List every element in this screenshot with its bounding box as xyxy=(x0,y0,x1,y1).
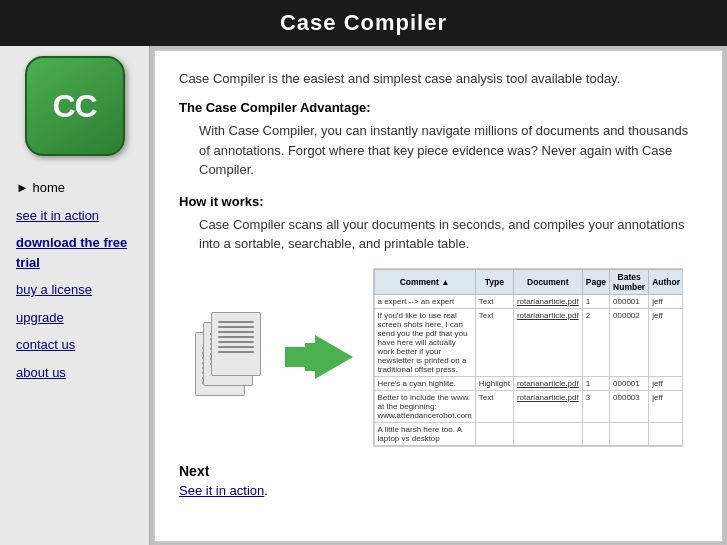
next-link-suffix: . xyxy=(264,483,268,498)
cell-type: Text xyxy=(475,294,513,308)
table-row: Better to include the www. at the beginn… xyxy=(374,390,683,422)
col-comment: Comment ▲ xyxy=(374,269,475,294)
header-title: Case Compiler xyxy=(280,10,447,35)
cell-bates xyxy=(610,422,649,445)
cell-doc[interactable]: rotarianarticle.pdf xyxy=(513,376,582,390)
cell-author: jeff xyxy=(649,308,683,376)
main-content: Case Compiler is the easiest and simples… xyxy=(154,50,723,542)
col-type: Type xyxy=(475,269,513,294)
arrow-head-icon xyxy=(315,335,353,379)
see-action-link[interactable]: See it in action xyxy=(179,483,264,498)
app-logo: CC xyxy=(25,56,125,156)
how-heading: How it works: xyxy=(179,194,698,209)
col-bates: Bates Number xyxy=(610,269,649,294)
cell-bates: 000003 xyxy=(610,390,649,422)
page-header: Case Compiler xyxy=(0,0,727,46)
sidebar-nav: ► home see it in action download the fre… xyxy=(10,174,139,386)
table-row: a expert --> an expert Text rotarianarti… xyxy=(374,294,683,308)
sidebar-item-see-action[interactable]: see it in action xyxy=(10,202,139,230)
cell-page: 2 xyxy=(582,308,609,376)
results-table-preview: Comment ▲ Type Document Page Bates Numbe… xyxy=(373,268,683,447)
cell-author: jeff xyxy=(649,376,683,390)
cell-comment: A little harsh here too. A laptop vs des… xyxy=(374,422,475,445)
cell-type: Text xyxy=(475,390,513,422)
table-header-row: Comment ▲ Type Document Page Bates Numbe… xyxy=(374,269,683,294)
how-text: Case Compiler scans all your documents i… xyxy=(199,215,698,254)
doc-page-3 xyxy=(211,312,261,376)
intro-paragraph: Case Compiler is the easiest and simples… xyxy=(179,71,698,86)
sidebar: CC ► home see it in action download the … xyxy=(0,46,150,545)
cell-doc[interactable]: rotarianarticle.pdf xyxy=(513,390,582,422)
sidebar-item-home[interactable]: ► home xyxy=(10,174,139,202)
cell-author: jeff xyxy=(649,390,683,422)
cell-bates: 000001 xyxy=(610,376,649,390)
cell-author xyxy=(649,422,683,445)
logo-text: CC xyxy=(52,88,96,125)
sidebar-item-download[interactable]: download the free trial xyxy=(10,229,139,276)
sidebar-item-contact[interactable]: contact us xyxy=(10,331,139,359)
sidebar-item-upgrade[interactable]: upgrade xyxy=(10,304,139,332)
results-table: Comment ▲ Type Document Page Bates Numbe… xyxy=(374,269,683,446)
cell-comment: a expert --> an expert xyxy=(374,294,475,308)
advantage-heading: The Case Compiler Advantage: xyxy=(179,100,698,115)
cell-page: 1 xyxy=(582,294,609,308)
doc-lines-3 xyxy=(218,321,254,356)
table-row: A little harsh here too. A laptop vs des… xyxy=(374,422,683,445)
document-stack-icon xyxy=(195,312,265,402)
col-author: Author xyxy=(649,269,683,294)
col-page: Page xyxy=(582,269,609,294)
next-section: Next See it in action. xyxy=(179,463,698,498)
cell-comment: If you'd like to use real screen shots h… xyxy=(374,308,475,376)
sidebar-item-buy[interactable]: buy a license xyxy=(10,276,139,304)
cell-page: 3 xyxy=(582,390,609,422)
arrow-container xyxy=(285,335,353,379)
next-heading: Next xyxy=(179,463,698,479)
sidebar-item-about[interactable]: about us xyxy=(10,359,139,387)
cell-bates: 000001 xyxy=(610,294,649,308)
cell-doc xyxy=(513,422,582,445)
demo-illustration: Comment ▲ Type Document Page Bates Numbe… xyxy=(179,268,698,447)
cell-author: jeff xyxy=(649,294,683,308)
cell-type: Highlight xyxy=(475,376,513,390)
table-row: If you'd like to use real screen shots h… xyxy=(374,308,683,376)
cell-bates: 000002 xyxy=(610,308,649,376)
cell-comment: Here's a cyan highlite. xyxy=(374,376,475,390)
cell-doc[interactable]: rotarianarticle.pdf xyxy=(513,294,582,308)
main-layout: CC ► home see it in action download the … xyxy=(0,46,727,545)
cell-page xyxy=(582,422,609,445)
advantage-text: With Case Compiler, you can instantly na… xyxy=(199,121,698,180)
col-document: Document xyxy=(513,269,582,294)
table-row: Here's a cyan highlite. Highlight rotari… xyxy=(374,376,683,390)
cell-comment: Better to include the www. at the beginn… xyxy=(374,390,475,422)
cell-type: Text xyxy=(475,308,513,376)
cell-page: 1 xyxy=(582,376,609,390)
cell-doc[interactable]: rotarianarticle.pdf xyxy=(513,308,582,376)
cell-type xyxy=(475,422,513,445)
